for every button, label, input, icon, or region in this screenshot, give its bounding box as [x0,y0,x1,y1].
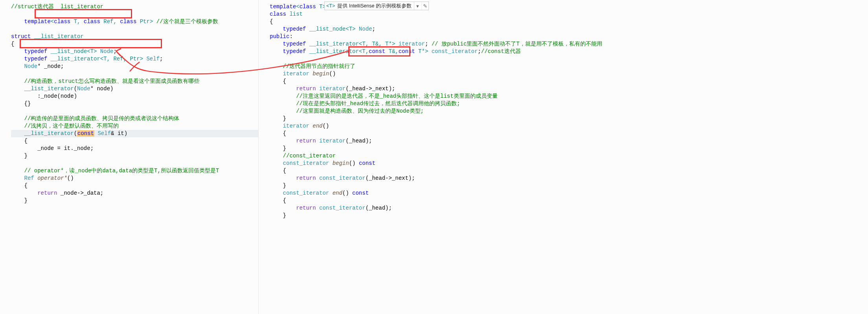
comment: //迭代器用节点的指针就行了 [270,63,355,69]
ctor-name: __list_iterator [11,86,74,92]
semi: ; [425,41,432,47]
method-name: begin [309,71,329,77]
parens: () [322,123,329,129]
type-alias: Node [100,48,114,55]
keyword-return: return [270,205,316,211]
intellisense-dropdown-button[interactable]: ▾ [414,2,421,10]
brace: } [11,153,28,159]
keyword-typedef: typedef [11,48,47,55]
operator-name: operator* [37,175,67,181]
intellisense-text: 提供 IntelliSense 的示例模板参数 [337,3,414,9]
tmpl-open: <T, [359,48,369,55]
parens: () [349,160,359,166]
method-name: begin [329,160,349,166]
type: __list_iterator [47,56,100,62]
left-code-pane[interactable]: //struct迭代器 list_iterator template<class… [0,0,259,314]
struct-name: __list_iterator [31,33,83,40]
comment: //构造函数，struct怎么写构造函数、就是看这个里面成员函数有哪些 [11,78,199,84]
comment: //这个就是三个模板参数 [153,18,218,25]
param-type: Self [94,130,111,137]
tparam: Ref, [100,18,120,25]
ctor-call: const_iterator [316,205,366,211]
comment: //这里面就是构造函数、因为传过去的是Node类型; [270,108,424,114]
colon: : [289,33,292,40]
type: Node [11,63,37,69]
type: __list_iterator [306,41,359,47]
keyword-typedef: typedef [11,56,47,62]
type: __list_node [306,26,346,32]
comment: //const_iterator [270,153,336,159]
param-rest: * node) [90,86,114,92]
ctor-call: const_iterator [316,175,366,181]
brace: } [11,197,28,204]
keyword-const: const [352,190,369,196]
comment: //浅拷贝，这个是默认函数、不用写的 [11,123,119,129]
ctor-call: iterator [316,138,346,144]
tmpl-mid: T&, [385,48,399,55]
brace: } [270,115,286,122]
tparam: Ptr> [136,18,153,25]
paren: ( [74,86,77,92]
brace: { [270,18,273,25]
return-type: Ref [11,175,37,181]
keyword-struct: struct [11,33,31,40]
semicolon: ; [160,56,163,62]
right-code-pane[interactable]: template<class T> class list { typedef _… [259,0,868,314]
paren: ( [74,130,77,137]
type-alias: const_iterator [432,48,478,55]
brace: { [270,130,286,137]
tmpl-args: <T, T&, T*> [359,41,399,47]
expr: _node->_data; [57,190,104,196]
return-type: iterator [270,71,309,77]
param-rest: & it) [111,130,127,137]
return-type: iterator [270,123,309,129]
semi: ; [372,26,375,32]
semi: ; [478,48,481,55]
tparam: T, [70,18,84,25]
keyword-public: public [270,33,289,40]
empty-body: {} [11,100,31,107]
keyword-return: return [11,190,57,196]
statement: _node = it._node; [11,145,94,152]
keyword-const: const [359,160,375,166]
keyword-return: return [270,86,316,92]
comment: //struct迭代器 list_iterator [11,4,103,10]
brace: { [11,138,28,144]
return-type: const_iterator [270,190,329,196]
type: __list_node [47,48,87,55]
method-name: end [329,190,342,196]
ctor-name: __list_iterator [11,130,74,137]
brace: } [270,145,286,152]
comment: // operator*，读_node中的data,data的类型是T,所以函数… [11,168,219,174]
type-alias: Node [359,26,372,32]
brace: { [270,78,286,84]
keyword-class: class [54,18,70,25]
intellisense-edit-button[interactable]: ✎ [421,2,428,10]
args: (_head); [346,138,372,144]
parens: () [342,190,352,196]
args: (_head->_next); [346,86,395,92]
keyword-return: return [270,175,316,181]
keyword-class: class [270,11,286,17]
type-alias: Self [146,56,160,62]
args: (_head); [366,205,392,211]
angle-open: < [296,4,299,10]
keyword-class: class [84,18,100,25]
keyword-template: template [24,18,51,25]
ctor-call: iterator [316,86,346,92]
method-name: end [309,123,323,129]
intellisense-popup[interactable]: <T> 提供 IntelliSense 的示例模板参数 ▾ ✎ [324,2,429,10]
intellisense-tag: <T> [325,3,337,9]
brace: { [270,168,286,174]
tmpl-args: <T> [346,26,359,32]
keyword-const-highlight: const [77,130,94,137]
angle-open: < [51,18,54,25]
keyword-return: return [270,138,316,144]
keyword-class: class [120,18,136,25]
brace: } [270,212,286,219]
keyword-class: class [300,4,316,10]
comment: // 放public里面不然外面动不了T，就是用不了模板，私有的不能用 [432,41,602,47]
args: (_head->_next); [366,175,415,181]
brace: } [270,183,286,189]
type: __list_iterator [306,48,359,55]
